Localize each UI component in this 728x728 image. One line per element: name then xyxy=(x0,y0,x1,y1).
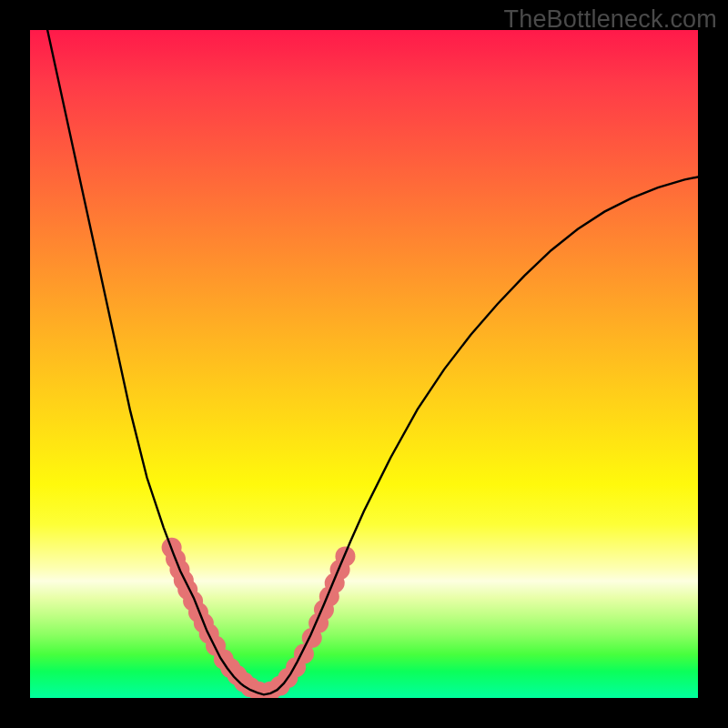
plot-area xyxy=(30,30,698,698)
data-markers xyxy=(162,538,356,698)
bottleneck-curve xyxy=(30,30,698,694)
chart-svg xyxy=(30,30,698,698)
chart-frame: TheBottleneck.com xyxy=(0,0,728,728)
data-marker xyxy=(335,546,355,566)
